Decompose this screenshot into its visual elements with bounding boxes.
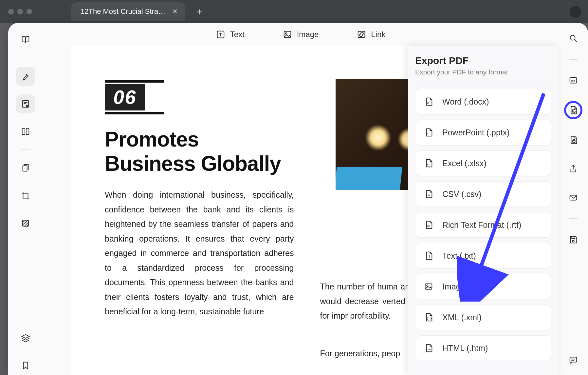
body-text-left: When doing international business, speci… xyxy=(105,188,294,361)
svg-point-17 xyxy=(570,35,575,40)
powerpoint-file-icon: P xyxy=(423,127,434,138)
edit-text-button[interactable] xyxy=(16,94,35,113)
reader-mode-button[interactable] xyxy=(16,30,35,49)
svg-text:P: P xyxy=(427,133,428,135)
insert-link-button[interactable]: Link xyxy=(351,27,391,42)
export-xml-button[interactable]: XML (.xml) xyxy=(415,305,551,330)
csv-file-icon: CSV xyxy=(423,188,434,200)
bookmark-icon xyxy=(21,361,30,370)
export-panel: Export PDF Export your PDF to any format… xyxy=(408,46,559,375)
option-label: Text (.txt) xyxy=(442,251,476,261)
word-file-icon: W xyxy=(423,96,434,108)
heading-line-2: Business Globally xyxy=(105,152,281,175)
mail-icon xyxy=(568,193,578,203)
layers-button[interactable] xyxy=(16,328,35,347)
minimize-window-icon[interactable] xyxy=(17,9,23,14)
insert-image-button[interactable]: Image xyxy=(277,27,325,42)
mail-button[interactable] xyxy=(565,189,581,206)
heading-line-1: Promotes xyxy=(105,128,199,151)
convert-button[interactable] xyxy=(564,101,582,119)
option-label: PowerPoint (.pptx) xyxy=(442,128,510,137)
save-button[interactable] xyxy=(565,231,581,248)
export-word-button[interactable]: W Word (.docx) xyxy=(415,89,551,114)
option-label: Word (.docx) xyxy=(442,97,489,107)
protect-button[interactable] xyxy=(565,132,581,148)
close-window-icon[interactable] xyxy=(8,9,14,14)
toolbar-separator xyxy=(569,218,578,219)
image-file-icon xyxy=(423,281,434,292)
excel-file-icon: X xyxy=(423,157,434,169)
svg-text:CSV: CSV xyxy=(426,194,430,196)
export-text-button[interactable]: Text (.txt) xyxy=(415,243,551,268)
option-label: CSV (.csv) xyxy=(442,189,481,199)
option-label: Rich Text Format (.rtf) xyxy=(442,220,521,230)
compare-button[interactable] xyxy=(16,122,35,141)
svg-text:OCR: OCR xyxy=(571,80,575,82)
export-powerpoint-button[interactable]: P PowerPoint (.pptx) xyxy=(415,120,551,145)
svg-point-15 xyxy=(427,285,428,286)
avatar[interactable] xyxy=(570,6,581,18)
export-image-button[interactable]: Image xyxy=(415,274,551,299)
columns-icon xyxy=(21,127,30,136)
new-tab-button[interactable]: ＋ xyxy=(195,5,205,18)
export-csv-button[interactable]: CSV CSV (.csv) xyxy=(415,181,551,207)
xml-file-icon xyxy=(423,311,434,323)
link-label: Link xyxy=(371,30,385,39)
edit-toolbar: Text Image Link xyxy=(43,23,559,46)
svg-text:RTF: RTF xyxy=(426,225,430,227)
svg-rect-24 xyxy=(570,357,577,362)
export-html-button[interactable]: HTML HTML (.htm) xyxy=(415,335,551,361)
toolbar-separator xyxy=(569,59,578,60)
svg-text:X: X xyxy=(427,164,428,166)
option-label: Image xyxy=(442,282,465,291)
window-titlebar: 12The Most Crucial Strateg ✕ ＋ xyxy=(0,0,588,23)
insert-text-button[interactable]: Text xyxy=(210,27,250,42)
option-label: Excel (.xlsx) xyxy=(442,159,487,168)
text-label: Text xyxy=(230,30,245,39)
right-toolbar: OCR xyxy=(559,23,588,375)
svg-rect-21 xyxy=(570,195,577,200)
svg-rect-3 xyxy=(23,166,27,171)
search-button[interactable] xyxy=(565,30,581,47)
toolbar-separator xyxy=(21,149,30,150)
link-icon xyxy=(357,30,366,39)
rtf-file-icon: RTF xyxy=(423,219,434,231)
ocr-icon: OCR xyxy=(568,75,578,85)
export-excel-button[interactable]: X Excel (.xlsx) xyxy=(415,150,551,176)
lock-file-icon xyxy=(568,135,578,145)
highlighter-button[interactable] xyxy=(16,67,35,86)
export-rtf-button[interactable]: RTF Rich Text Format (.rtf) xyxy=(415,212,551,238)
pages-button[interactable] xyxy=(16,159,35,178)
save-icon xyxy=(568,235,578,245)
close-tab-icon[interactable]: ✕ xyxy=(172,8,178,15)
svg-rect-1 xyxy=(22,128,25,135)
export-subtitle: Export your PDF to any format xyxy=(415,68,551,76)
ocr-button[interactable]: OCR xyxy=(565,72,581,89)
svg-rect-20 xyxy=(573,140,575,143)
svg-text:W: W xyxy=(427,102,429,104)
search-icon xyxy=(568,33,578,43)
share-button[interactable] xyxy=(565,161,581,177)
convert-icon xyxy=(568,105,578,115)
panel-divider xyxy=(415,83,551,83)
comments-button[interactable] xyxy=(565,352,581,368)
layers-icon xyxy=(21,333,30,343)
svg-point-7 xyxy=(285,33,287,34)
hatch-icon xyxy=(21,218,30,228)
chapter-badge: 06 xyxy=(105,80,164,114)
svg-rect-22 xyxy=(572,236,575,239)
bookmark-button[interactable] xyxy=(16,356,35,375)
comment-icon xyxy=(568,355,578,365)
svg-rect-2 xyxy=(26,128,28,135)
book-open-icon xyxy=(21,35,30,45)
crop-button[interactable] xyxy=(16,186,35,205)
maximize-window-icon[interactable] xyxy=(27,9,32,14)
edit-page-icon xyxy=(21,99,30,109)
html-file-icon: HTML xyxy=(423,342,434,354)
pages-stack-icon xyxy=(21,163,30,173)
redact-button[interactable] xyxy=(16,214,35,233)
option-label: XML (.xml) xyxy=(442,313,482,322)
tab-strip: 12The Most Crucial Strateg ✕ ＋ xyxy=(71,2,205,21)
toolbar-separator xyxy=(21,58,30,58)
document-tab[interactable]: 12The Most Crucial Strateg ✕ xyxy=(71,2,185,21)
